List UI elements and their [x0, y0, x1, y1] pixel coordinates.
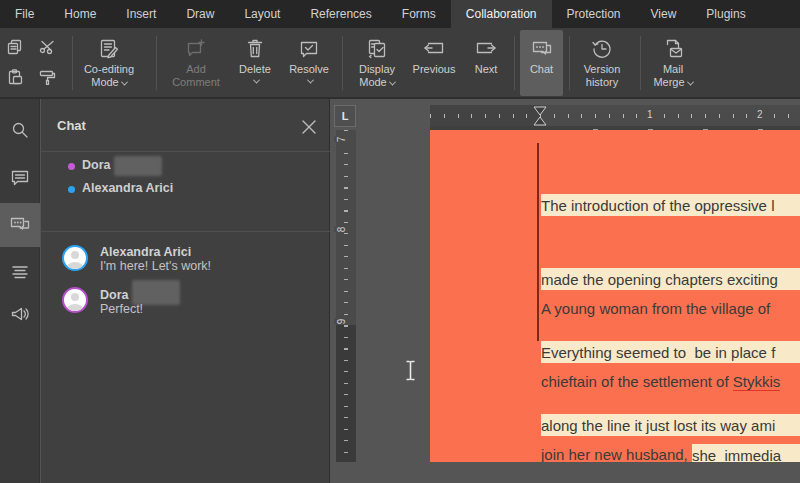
tab-stop-selector[interactable]: L [334, 105, 356, 127]
paste-button[interactable] [4, 66, 26, 88]
tab-layout[interactable]: Layout [229, 0, 295, 28]
tab-file[interactable]: File [0, 0, 49, 28]
document-page[interactable]: The introduction of the oppressive l mad… [430, 130, 800, 462]
sidebar-item-chat[interactable] [0, 203, 40, 247]
next-label: Next [475, 63, 498, 75]
copy-button[interactable] [4, 36, 26, 58]
text-line: chieftain of the settlement of Stykkis [541, 370, 800, 394]
tab-references[interactable]: References [295, 0, 386, 28]
misspelled-word: Stykkis [733, 373, 781, 391]
tab-plugins[interactable]: Plugins [691, 0, 760, 28]
ruler-ticks [344, 130, 348, 462]
collaboration-toolbar: Co-editing Mode Add Comment Delete Resol… [0, 28, 800, 99]
version-history-clock-icon [591, 38, 613, 60]
tab-draw[interactable]: Draw [171, 0, 229, 28]
next-comment-button[interactable]: Next [464, 30, 508, 96]
chevron-down-icon [253, 76, 260, 83]
user-name: Alexandra Arici [82, 181, 173, 195]
tab-protection[interactable]: Protection [552, 0, 636, 28]
plain-text: join her new husband, [541, 446, 692, 462]
tab-home[interactable]: Home [49, 0, 111, 28]
message-sender: Alexandra Arici [100, 245, 191, 259]
ruler-number: 2 [754, 109, 766, 120]
delete-button[interactable]: Delete [232, 30, 278, 96]
ruler-number: 1 [644, 109, 656, 120]
tab-forms[interactable]: Forms [387, 0, 451, 28]
display-mode-label-2: Mode [359, 76, 387, 88]
panel-divider [41, 231, 330, 232]
sidebar-item-comments[interactable] [0, 157, 40, 199]
display-mode-icon [366, 38, 388, 60]
message-text: I'm here! Let's work! [100, 259, 211, 273]
person-icon [64, 247, 86, 269]
highlighted-text: The introduction of the oppressive l [541, 194, 800, 216]
chat-button[interactable]: Chat [520, 30, 563, 96]
mail-merge-button[interactable]: Mail Merge [646, 30, 700, 96]
avatar [62, 287, 88, 313]
person-icon [64, 289, 86, 311]
mail-merge-label-2: Merge [653, 76, 684, 88]
menu-tab-bar: File Home Insert Draw Layout References … [0, 0, 800, 28]
horizontal-ruler[interactable]: 1 2 [430, 105, 800, 126]
app-window: File Home Insert Draw Layout References … [0, 0, 800, 483]
message-text: Perfect! [100, 302, 143, 316]
chat-icon [9, 215, 31, 235]
resolve-button[interactable]: Resolve [284, 30, 334, 96]
add-comment-label-2: Comment [172, 76, 220, 88]
text-line: join her new husband, she immedia [541, 443, 800, 462]
delete-label: Delete [239, 63, 271, 75]
chat-close-button[interactable] [301, 119, 317, 135]
format-painter-button[interactable] [36, 66, 58, 88]
tab-collaboration[interactable]: Collaboration [451, 0, 552, 28]
cut-button[interactable] [36, 36, 58, 58]
user-color-dot [68, 163, 75, 170]
chat-label: Chat [530, 63, 553, 75]
delete-trash-icon [245, 38, 265, 60]
vertical-ruler[interactable]: 7 8 9 [336, 130, 356, 462]
text-cursor-pointer [404, 360, 417, 385]
panel-divider [41, 151, 330, 152]
feedback-megaphone-icon [10, 305, 30, 323]
mail-merge-label-1: Mail [663, 63, 683, 75]
paste-icon [7, 69, 23, 85]
previous-label: Previous [413, 63, 456, 75]
left-panel-sidebar [0, 99, 40, 483]
add-comment-label-1: Add [186, 63, 206, 75]
plain-text: chieftain of the settlement of [541, 373, 733, 390]
highlighted-text: she immedia [692, 444, 800, 462]
redacted-name [114, 156, 162, 176]
message-sender: Dora [100, 288, 128, 302]
version-history-button[interactable]: Version history [574, 30, 630, 96]
sidebar-item-headings[interactable] [0, 251, 40, 293]
sidebar-item-search[interactable] [0, 109, 40, 151]
cut-scissors-icon [39, 39, 56, 55]
chevron-down-icon [307, 76, 314, 83]
display-mode-label-1: Display [359, 63, 395, 75]
display-mode-button[interactable]: Display Mode [350, 30, 404, 96]
comments-icon [10, 169, 30, 187]
toolbar-separator [156, 36, 157, 90]
ruler-number: 9 [334, 319, 349, 325]
chat-panel: Chat Dora Alexandra Arici Alexandra Aric… [41, 99, 330, 483]
chat-panel-title: Chat [57, 118, 86, 133]
sidebar-item-feedback[interactable] [0, 293, 40, 335]
resolve-icon [298, 38, 320, 60]
toolbar-separator [569, 36, 570, 90]
tab-stop-L: L [342, 110, 349, 122]
text-line: A young woman from the village of [541, 297, 800, 321]
search-icon [11, 121, 29, 139]
previous-comment-button[interactable]: Previous [408, 30, 460, 96]
avatar [62, 245, 88, 271]
add-comment-button: Add Comment [164, 30, 228, 96]
tab-insert[interactable]: Insert [111, 0, 171, 28]
coediting-label-2: Mode [91, 76, 119, 88]
toolbar-separator [72, 36, 73, 90]
tab-view[interactable]: View [636, 0, 692, 28]
coediting-mode-button[interactable]: Co-editing Mode [78, 30, 140, 96]
chevron-down-icon [687, 79, 694, 86]
version-history-label-2: history [586, 76, 618, 88]
plain-text: A young woman from the village of [541, 300, 770, 317]
user-name: Dora [82, 158, 110, 172]
chevron-down-icon [121, 79, 128, 86]
coediting-label-1: Co-editing [84, 63, 134, 75]
